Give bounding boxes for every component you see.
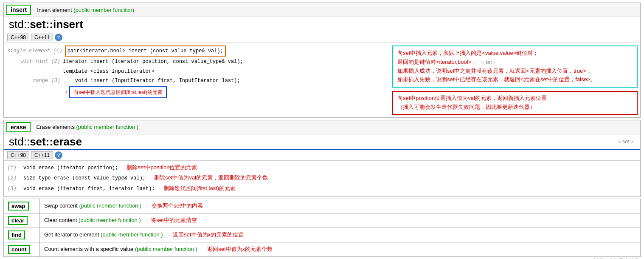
row-find: find Get iterator to element (public mem… [3, 228, 641, 242]
row-swap: swap Swap content (public member functio… [3, 199, 641, 213]
annotation-hint: 向set中position位置插入值为val的元素，返回新插入元素位置 （插入可… [392, 91, 638, 115]
insert-desc: Insert element (public member function) [34, 5, 640, 15]
erase-line-3: (3) void erase (iterator first, iterator… [7, 183, 637, 194]
insert-std-title: std::std::set::insertset::insert [4, 17, 640, 32]
page-container: insert Insert element (public member fun… [0, 0, 644, 259]
ann-line4: 如果插入失败，说明set中已经存在该元素，就返回<元素在set中的位置，fals… [397, 76, 596, 83]
insert-code-area: single element (1) pair<iterator,bool> i… [4, 43, 640, 117]
clear-label-cell: clear [4, 213, 40, 228]
tab-cpp98-insert[interactable]: C++98 [7, 34, 29, 41]
erase-cpp-tabs: C++98 C++11 ? [4, 150, 640, 161]
ann-set-tag: ＜set＞ [481, 60, 497, 65]
insert-code: single element (1) pair<iterator,bool> i… [4, 43, 390, 117]
code-range: void insert (InputIterator first, InputI… [63, 77, 240, 85]
clear-desc-plain: Clear content [44, 217, 79, 223]
clear-desc-cell: Clear content (public member function ) … [40, 214, 640, 227]
ann-line2: 返回的是键值对<iterator,bool>： [397, 59, 477, 65]
erase-comment-2: 删除set中值为val的元素，返回删除的元素个数 [154, 173, 268, 182]
insert-header: insert Insert element (public member fun… [4, 3, 640, 17]
count-label-cell: count [4, 242, 40, 256]
swap-desc-public: (public member function ) [79, 202, 141, 209]
tab-cpp11-erase[interactable]: C++11 [31, 151, 53, 159]
ann-line3: 如果插入成功，说明set中之前并没有该元素，就返回<元素的插入位置，true>； [397, 68, 592, 74]
insert-label: insert [6, 5, 31, 15]
clear-desc-public: (public member function ) [79, 217, 141, 223]
annotation-insert-main: 向set中插入元素，实际上插入的是<value,value>键值对； 返回的是键… [392, 46, 638, 88]
erase-comment-1: 删除set中position位置的元素 [127, 162, 197, 172]
tab-cpp98-erase[interactable]: C++98 [7, 151, 29, 159]
erase-label: erase [6, 122, 31, 132]
range-arrow-area: ↗ 向set中插入迭代器区间(first,last)的元素 [65, 86, 386, 98]
insert-cpp-tabs: C++98 C++11 ? [4, 32, 640, 43]
code-line-template: template <class InputIterator> [7, 67, 386, 76]
erase-desc: Erase elements (public member function ) [33, 122, 640, 132]
code-single-element: pair<iterator,bool> insert (const value_… [65, 46, 226, 57]
help-icon-erase[interactable]: ? [55, 151, 62, 159]
erase-set-tag: ＜set＞ [617, 138, 635, 145]
count-desc-red: 返回set中值为x的元素个数 [207, 246, 273, 252]
code-line-range: range (3) void insert (InputIterator fir… [7, 77, 386, 85]
count-desc-plain: Count elements with a specific value [44, 246, 135, 252]
help-icon-insert[interactable]: ? [55, 34, 62, 41]
erase-comment-3: 删除迭代区间(first,last)的元素 [163, 183, 236, 193]
row-clear: clear Clear content (public member funct… [3, 213, 641, 228]
find-label: find [8, 231, 25, 239]
swap-desc-plain: Swap content [44, 202, 79, 209]
line-label-hint: with hint (2) [7, 57, 60, 66]
footer-note: （set中的元素是唯一存在的，所以如果set中存在该元素就返回1，如果不存在就返… [0, 257, 644, 259]
erase-header: erase Erase elements (public member func… [4, 120, 640, 134]
annotation-range: 向set中插入迭代器区间(first,last)的元素 [69, 86, 166, 98]
find-desc-public: (public member function ) [101, 231, 163, 238]
swap-label-cell: swap [4, 199, 40, 213]
find-label-cell: find [4, 228, 40, 242]
bottom-table: swap Swap content (public member functio… [3, 199, 641, 257]
code-line-hint: with hint (2) iterator insert (iterator … [7, 57, 386, 66]
watermark: CSDN @卷毛小学僧 [592, 257, 639, 259]
clear-label: clear [8, 216, 28, 225]
erase-line-2: (2) size_type erase (const value_type& v… [7, 173, 637, 183]
find-desc-plain: Get iterator to element [44, 231, 101, 238]
erase-std-title: std::set::erase ＜set＞ [4, 134, 640, 150]
insert-section: insert Insert element (public member fun… [3, 3, 641, 118]
row-count: count Count elements with a specific val… [3, 242, 641, 257]
swap-desc-cell: Swap content (public member function ) 交… [40, 199, 640, 212]
erase-line-1: (1) void erase (iterator position); 删除se… [7, 162, 637, 173]
count-label: count [8, 245, 30, 254]
code-template: template <class InputIterator> [63, 67, 155, 76]
line-label-range: range (3) [7, 77, 60, 85]
code-hint: iterator insert (iterator position, cons… [63, 57, 243, 66]
count-desc-public: (public member function ) [135, 246, 197, 252]
erase-code: (1) void erase (iterator position); 删除se… [4, 161, 640, 196]
find-desc-cell: Get iterator to element (public member f… [40, 228, 640, 241]
ann-line1: 向set中插入元素，实际上插入的是<value,value>键值对； [397, 50, 538, 56]
count-desc-cell: Count elements with a specific value (pu… [40, 243, 640, 256]
tab-cpp11-insert[interactable]: C++11 [31, 34, 53, 41]
erase-section: erase Erase elements (public member func… [3, 120, 641, 197]
clear-desc-red: 将set中的元素清空 [151, 217, 197, 223]
swap-label: swap [8, 202, 29, 211]
find-desc-red: 返回set中值为x的元素的位置 [173, 231, 244, 238]
insert-right-annotations: 向set中插入元素，实际上插入的是<value,value>键值对； 返回的是键… [390, 43, 640, 117]
swap-desc-red: 交换两个set中的内容 [152, 202, 203, 209]
code-line-single: single element (1) pair<iterator,bool> i… [7, 46, 386, 57]
line-label-single: single element (1) [7, 47, 62, 55]
